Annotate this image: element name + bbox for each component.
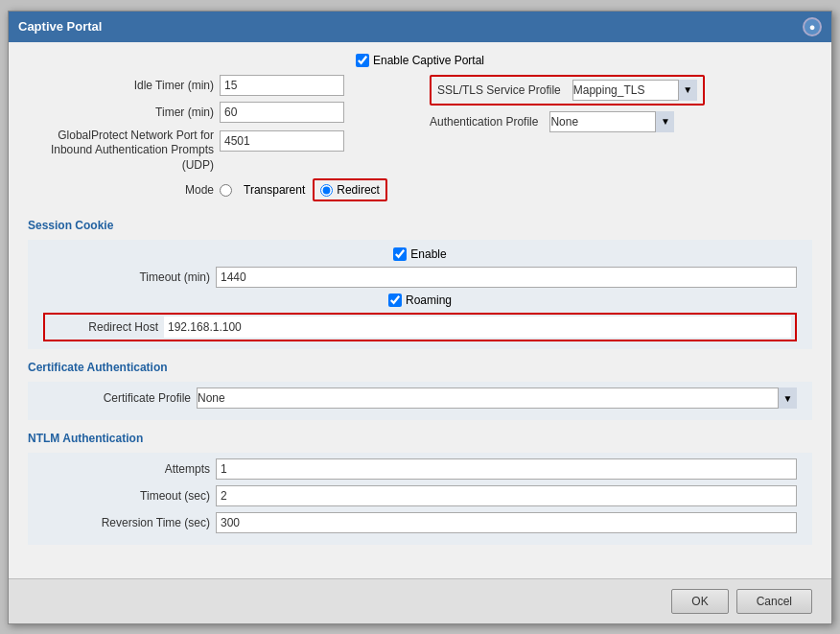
mode-options: Transparent Redirect [220,178,387,201]
enable-captive-portal-checkbox[interactable] [356,54,369,67]
ntlm-reversion-label: Reversion Time (sec) [43,516,216,529]
session-timeout-row: Timeout (min) [43,267,797,288]
cert-profile-select-wrapper: None ▼ [197,387,797,409]
gp-port-row: GlobalProtect Network Port for Inbound A… [28,129,410,174]
ntlm-attempts-label: Attempts [43,462,216,476]
session-roaming-checkbox[interactable] [388,294,402,307]
session-roaming-label: Roaming [406,294,452,307]
auth-profile-row: Authentication Profile None ▼ [430,111,812,132]
session-roaming-row: Roaming [43,294,797,307]
ssl-tls-label: SSL/TLS Service Profile [437,83,567,97]
session-enable-row: Enable [43,247,797,261]
ntlm-attempts-row: Attempts [43,458,797,480]
captive-portal-dialog: Captive Portal ● Enable Captive Portal I… [8,11,832,624]
cert-auth-section: Certificate Profile None ▼ [28,382,812,420]
redirect-host-input[interactable] [164,317,791,338]
ntlm-timeout-row: Timeout (sec) [43,485,797,506]
idle-timer-row: Idle Timer (min) [28,75,410,96]
enable-captive-portal-label: Enable Captive Portal [373,54,484,67]
mode-redirect-label: Redirect [337,183,380,197]
ntlm-auth-section: Attempts Timeout (sec) Reversion Time (s… [28,453,812,545]
ntlm-timeout-label: Timeout (sec) [43,489,216,503]
help-icon[interactable]: ● [803,17,822,36]
ntlm-timeout-input[interactable] [216,485,797,506]
auth-profile-label: Authentication Profile [430,115,544,129]
session-cookie-header: Session Cookie [28,217,812,234]
idle-timer-label: Idle Timer (min) [28,79,220,92]
dialog-title: Captive Portal [18,19,102,34]
gp-port-label: GlobalProtect Network Port for Inbound A… [28,129,220,174]
redirect-host-highlight: Redirect Host [43,313,797,341]
timer-input[interactable] [220,102,344,123]
mode-redirect-radio[interactable] [320,184,333,197]
mode-transparent-radio[interactable] [220,184,232,197]
redirect-host-label: Redirect Host [49,320,164,334]
ssl-tls-highlight: SSL/TLS Service Profile Mapping_TLS None… [430,75,705,106]
cert-profile-label: Certificate Profile [43,391,197,405]
auth-profile-select[interactable]: None [549,111,674,132]
left-column: Idle Timer (min) Timer (min) GlobalProte… [28,75,410,208]
auth-profile-select-wrapper: None ▼ [549,111,674,132]
session-cookie-section: Enable Timeout (min) Roaming Redirect Ho… [28,240,812,349]
cert-auth-header: Certificate Authentication [28,359,812,376]
cert-profile-select[interactable]: None [197,387,797,409]
ssl-tls-row: SSL/TLS Service Profile Mapping_TLS None… [430,75,812,106]
mode-label: Mode [28,183,220,197]
mode-row: Mode Transparent Redirect [28,178,410,201]
title-bar: Captive Portal ● [9,12,831,42]
dialog-footer: OK Cancel [9,578,831,623]
mode-redirect-highlight: Redirect [313,178,387,201]
ntlm-attempts-input[interactable] [216,458,797,480]
cancel-button[interactable]: Cancel [736,589,812,614]
ntlm-reversion-row: Reversion Time (sec) [43,512,797,533]
session-enable-checkbox[interactable] [393,247,407,261]
timer-label: Timer (min) [28,106,220,119]
ssl-tls-select[interactable]: Mapping_TLS None [572,80,697,101]
dialog-content: Enable Captive Portal Idle Timer (min) T… [9,42,831,578]
ntlm-reversion-input[interactable] [216,512,797,533]
ntlm-auth-header: NTLM Authentication [28,430,812,447]
session-timeout-label: Timeout (min) [43,270,216,284]
gp-port-input[interactable] [220,130,344,152]
session-timeout-input[interactable] [216,267,797,288]
right-column: SSL/TLS Service Profile Mapping_TLS None… [410,75,812,208]
cert-profile-row: Certificate Profile None ▼ [43,387,797,409]
session-enable-label: Enable [410,247,446,261]
main-settings: Idle Timer (min) Timer (min) GlobalProte… [28,75,812,208]
timer-row: Timer (min) [28,102,410,123]
ssl-tls-select-wrapper: Mapping_TLS None ▼ [572,80,697,101]
ok-button[interactable]: OK [671,589,728,614]
mode-transparent-label: Transparent [244,183,305,197]
idle-timer-input[interactable] [220,75,344,96]
